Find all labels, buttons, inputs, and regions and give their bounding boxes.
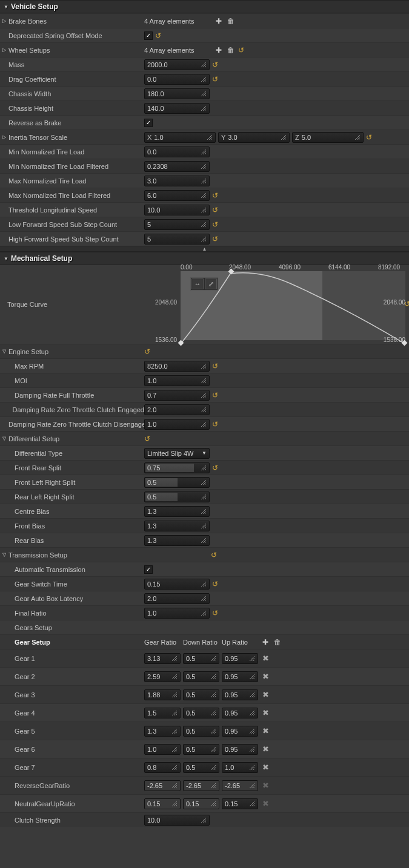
reset-icon[interactable]: ↺ xyxy=(238,47,244,54)
gear-switch-input[interactable]: 0.15 xyxy=(144,579,210,590)
reset-icon[interactable]: ↺ xyxy=(211,551,217,559)
damp-full-input[interactable]: 0.7 xyxy=(144,390,210,401)
min-tire-input[interactable]: 0.0 xyxy=(144,146,210,157)
gear-up-input[interactable]: 0.95 xyxy=(222,689,258,700)
drag-input[interactable]: 0.0 xyxy=(144,74,210,85)
reset-icon[interactable]: ↺ xyxy=(212,421,218,428)
delete-gear-icon[interactable]: ✖ xyxy=(261,654,270,663)
section-vehicle-setup[interactable]: ▼ Vehicle Setup xyxy=(0,0,409,13)
gear-up-input[interactable]: 0.95 xyxy=(222,726,258,737)
reverse-r-input[interactable]: -2.65 xyxy=(144,780,181,791)
mass-input[interactable]: 2000.0 xyxy=(144,59,210,70)
rear-bias-input[interactable]: 1.3 xyxy=(144,535,210,546)
max-tire-input[interactable]: 3.0 xyxy=(144,176,210,186)
inertia-z-input[interactable]: Z5.0 xyxy=(292,132,364,143)
expand-icon[interactable]: ▷ xyxy=(1,47,7,53)
clutch-input[interactable]: 10.0 xyxy=(144,815,210,826)
gear-down-input[interactable]: 0.5 xyxy=(183,708,219,718)
inertia-y-input[interactable]: Y3.0 xyxy=(218,132,290,143)
collapse-handle[interactable]: ▲ xyxy=(0,246,409,252)
add-icon[interactable]: ✚ xyxy=(214,46,224,54)
high-fwd-input[interactable]: 5 xyxy=(144,234,210,245)
max-tire-f-input[interactable]: 6.0 xyxy=(144,190,210,201)
gear-down-input[interactable]: 0.5 xyxy=(183,726,219,737)
reset-icon[interactable]: ↺ xyxy=(366,134,372,141)
damp-z-dis-input[interactable]: 1.0 xyxy=(144,419,210,430)
chassis-height-input[interactable]: 140.0 xyxy=(144,103,210,114)
reverse-brake-checkbox[interactable]: ✓ xyxy=(144,119,153,127)
chevron-down-icon[interactable]: ▽ xyxy=(1,552,7,557)
gear-down-input[interactable]: 0.5 xyxy=(183,744,219,755)
low-fwd-input[interactable]: 5 xyxy=(144,219,210,230)
reset-icon[interactable]: ↺ xyxy=(212,235,218,243)
reset-icon[interactable]: ↺ xyxy=(212,61,218,68)
front-rear-input[interactable]: 0.75 xyxy=(144,462,210,473)
deprecated-spring-checkbox[interactable]: ✓ xyxy=(144,31,153,40)
gear-ratio-input[interactable]: 2.59 xyxy=(144,671,181,682)
trash-icon[interactable]: 🗑 xyxy=(273,638,282,646)
thresh-long-input[interactable]: 10.0 xyxy=(144,205,210,215)
reset-icon[interactable]: ↺ xyxy=(212,206,218,214)
reset-icon[interactable]: ↺ xyxy=(144,348,150,355)
gear-ratio-input[interactable]: 3.13 xyxy=(144,653,181,664)
delete-gear-icon[interactable]: ✖ xyxy=(261,708,270,717)
moi-input[interactable]: 1.0 xyxy=(144,375,210,386)
expand-icon[interactable]: ▷ xyxy=(1,134,7,140)
front-bias-input[interactable]: 1.3 xyxy=(144,521,210,531)
add-gear-icon[interactable]: ✚ xyxy=(261,638,270,646)
centre-bias-input[interactable]: 1.3 xyxy=(144,506,210,517)
gear-down-input[interactable]: 0.5 xyxy=(183,689,219,700)
max-rpm-input[interactable]: 8250.0 xyxy=(144,361,210,372)
gear-ratio-input[interactable]: 0.8 xyxy=(144,762,181,773)
zoom-fit-button[interactable]: ⤢ xyxy=(205,278,217,289)
gear-down-input[interactable]: 0.5 xyxy=(183,653,219,664)
gear-up-input[interactable]: 0.95 xyxy=(222,653,258,664)
rlr-input[interactable]: 0.5 xyxy=(144,492,210,502)
gear-up-input[interactable]: 1.0 xyxy=(222,762,258,773)
inertia-x-input[interactable]: X1.0 xyxy=(144,132,216,143)
gear-up-input[interactable]: 0.95 xyxy=(222,708,258,718)
gear-down-input[interactable]: 0.5 xyxy=(183,762,219,773)
reset-icon[interactable]: ↺ xyxy=(212,464,218,472)
neutral-u-input[interactable]: 0.15 xyxy=(222,798,258,809)
zoom-horizontal-button[interactable]: ↔ xyxy=(191,278,204,289)
add-icon[interactable]: ✚ xyxy=(214,17,224,25)
reset-icon[interactable]: ↺ xyxy=(212,392,218,399)
delete-gear-icon[interactable]: ✖ xyxy=(261,745,270,754)
reset-icon[interactable]: ↺ xyxy=(144,435,150,442)
section-mechanical-setup[interactable]: ▼ Mechanical Setup xyxy=(0,252,409,265)
reset-icon[interactable]: ↺ xyxy=(155,32,161,39)
delete-gear-icon[interactable]: ✖ xyxy=(261,726,270,735)
reset-icon[interactable]: ↺ xyxy=(212,221,218,228)
reset-icon[interactable]: ↺ xyxy=(212,76,218,83)
gear-up-input[interactable]: 0.95 xyxy=(222,671,258,682)
gear-latency-input[interactable]: 2.0 xyxy=(144,593,210,604)
reset-icon[interactable]: ↺ xyxy=(212,363,218,370)
gear-up-input[interactable]: 0.95 xyxy=(222,744,258,755)
delete-gear-icon[interactable]: ✖ xyxy=(261,763,270,772)
delete-gear-icon[interactable]: ✖ xyxy=(261,690,270,699)
chevron-down-icon[interactable]: ▽ xyxy=(1,349,7,354)
flr-input[interactable]: 0.5 xyxy=(144,477,210,488)
gear-ratio-input[interactable]: 1.0 xyxy=(144,744,181,755)
diff-type-dropdown[interactable]: Limited Slip 4W▼ xyxy=(144,448,210,459)
final-ratio-input[interactable]: 1.0 xyxy=(144,608,210,619)
gear-down-input[interactable]: 0.5 xyxy=(183,671,219,682)
damp-z-eng-input[interactable]: 2.0 xyxy=(144,404,210,415)
trash-icon[interactable]: 🗑 xyxy=(226,46,236,54)
auto-trans-checkbox[interactable]: ✓ xyxy=(144,565,153,574)
chevron-down-icon[interactable]: ▽ xyxy=(1,436,7,441)
chassis-width-input[interactable]: 180.0 xyxy=(144,88,210,99)
reset-icon[interactable]: ↺ xyxy=(404,300,409,307)
expand-icon[interactable]: ▷ xyxy=(1,18,7,24)
gear-ratio-input[interactable]: 1.88 xyxy=(144,689,181,700)
gear-ratio-input[interactable]: 1.3 xyxy=(144,726,181,737)
reset-icon[interactable]: ↺ xyxy=(212,192,218,199)
min-tire-f-input[interactable]: 0.2308 xyxy=(144,161,210,172)
reset-icon[interactable]: ↺ xyxy=(212,580,218,588)
trash-icon[interactable]: 🗑 xyxy=(226,17,236,25)
delete-gear-icon[interactable]: ✖ xyxy=(261,672,270,681)
reset-icon[interactable]: ↺ xyxy=(212,610,218,617)
gear-ratio-input[interactable]: 1.5 xyxy=(144,708,181,718)
torque-curve-chart[interactable]: 0.00 2048.00 4096.00 6144.00 8192.00 204… xyxy=(144,265,409,344)
